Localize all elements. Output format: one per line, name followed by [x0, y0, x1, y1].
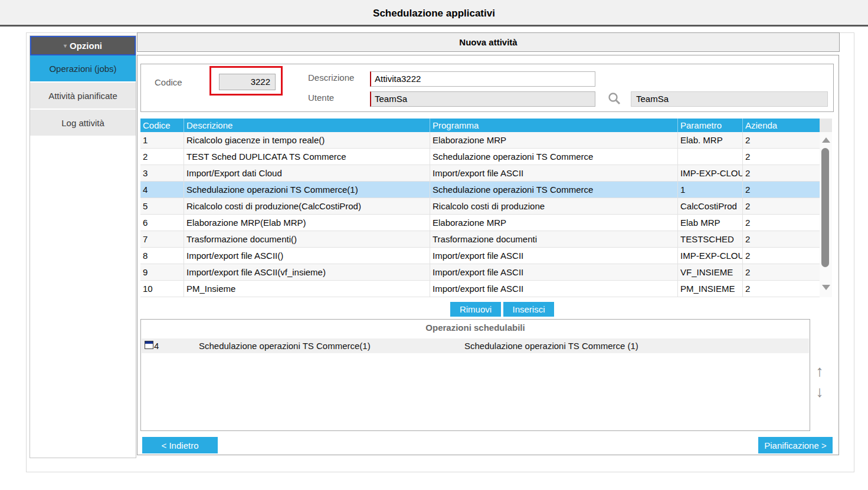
- table-cell-descrizione: Import/Export dati Cloud: [184, 165, 430, 181]
- table-row[interactable]: 1Ricalcolo giacenze in tempo reale()Elab…: [140, 132, 820, 149]
- table-cell-programma: Schedulazione operazioni TS Commerce: [430, 182, 677, 198]
- table-cell-parametro: CalcCostiProd: [677, 198, 742, 214]
- table-cell-descrizione: PM_Insieme: [184, 281, 430, 297]
- table-row[interactable]: 8Import/export file ASCII()Import/export…: [140, 248, 820, 264]
- table-row[interactable]: 5Ricalcolo costi di produzione(CalcCosti…: [140, 198, 820, 215]
- table-cell-descrizione: Import/export file ASCII(): [184, 248, 430, 264]
- table-cell-azienda: 2: [742, 248, 820, 264]
- table-scrollbar[interactable]: [820, 119, 832, 297]
- move-down-icon[interactable]: ↓: [811, 383, 828, 402]
- codice-field[interactable]: 3222: [219, 74, 276, 90]
- schedulable-row-programma: Schedulazione operazioni TS Commerce (1): [464, 341, 638, 351]
- scrollbar-header-stub: [820, 119, 832, 132]
- table-row[interactable]: 2TEST Sched DUPLICATA TS CommerceSchedul…: [140, 149, 820, 165]
- sidebar-item-label: Log attività: [61, 118, 104, 128]
- table-cell-parametro: IMP-EXP-CLOU: [677, 165, 742, 181]
- page-title: Schedulazione applicativi: [0, 8, 868, 19]
- table-cell-programma: Import/export file ASCII: [430, 165, 677, 181]
- table-cell-descrizione: Trasformazione documenti(): [184, 231, 430, 247]
- table-cell-azienda: 2: [742, 264, 820, 280]
- activity-form: Codice 3222 Descrizione Attivita3222 Ute…: [140, 64, 834, 112]
- table-cell-parametro: 1: [677, 182, 742, 198]
- table-cell-parametro: Elab. MRP: [677, 132, 742, 148]
- column-header-descrizione[interactable]: Descrizione: [184, 119, 430, 132]
- table-cell-codice: 3: [140, 165, 184, 181]
- table-cell-codice: 1: [140, 132, 184, 148]
- table-cell-descrizione: Ricalcolo costi di produzione(CalcCostiP…: [184, 198, 430, 214]
- table-cell-azienda: 2: [742, 281, 820, 297]
- main-panel: Codice 3222 Descrizione Attivita3222 Ute…: [137, 55, 839, 455]
- jobs-table-body: 1Ricalcolo giacenze in tempo reale()Elab…: [140, 132, 820, 297]
- table-cell-parametro: Elab MRP: [677, 215, 742, 231]
- table-cell-codice: 6: [140, 215, 184, 231]
- scroll-up-icon[interactable]: [822, 137, 830, 143]
- options-caret-icon: ▾: [64, 42, 67, 49]
- table-row[interactable]: 4Schedulazione operazioni TS Commerce(1)…: [140, 182, 820, 198]
- scroll-down-icon[interactable]: [822, 285, 830, 290]
- table-cell-parametro: VF_INSIEME: [677, 264, 742, 280]
- window-icon[interactable]: [145, 341, 153, 349]
- table-cell-parametro: [677, 149, 742, 165]
- table-cell-programma: Trasformazione documenti: [430, 231, 677, 247]
- utente-lookup-field[interactable]: TeamSa: [631, 91, 828, 107]
- descrizione-label: Descrizione: [308, 73, 354, 83]
- utente-field[interactable]: TeamSa: [370, 91, 595, 107]
- schedulable-row-descrizione: Schedulazione operazioni TS Commerce(1): [199, 341, 371, 351]
- table-cell-azienda: 2: [742, 132, 820, 148]
- scrollbar-thumb[interactable]: [821, 148, 829, 267]
- sidebar-item-attivita-pianificate[interactable]: Attività pianificate: [30, 83, 136, 110]
- pianificazione-button[interactable]: Pianificazione >: [758, 437, 833, 453]
- table-cell-azienda: 2: [742, 165, 820, 181]
- table-cell-parametro: IMP-EXP-CLOU: [677, 248, 742, 264]
- rimuovi-button[interactable]: Rimuovi: [450, 302, 501, 317]
- table-cell-programma: Import/export file ASCII: [430, 264, 677, 280]
- table-row[interactable]: 3Import/Export dati CloudImport/export f…: [140, 165, 820, 182]
- table-cell-azienda: 2: [742, 182, 820, 198]
- column-header-codice[interactable]: Codice: [140, 119, 184, 132]
- sidebar-item-operazioni-jobs[interactable]: Operazioni (jobs): [30, 55, 136, 83]
- sidebar-item-label: Attività pianificate: [48, 91, 117, 101]
- table-cell-parametro: PM_INSIEME: [677, 281, 742, 297]
- utente-label: Utente: [308, 93, 334, 103]
- schedulable-row-code: 4: [154, 341, 159, 351]
- table-cell-descrizione: Import/export file ASCII(vf_insieme): [184, 264, 430, 280]
- table-cell-programma: Import/export file ASCII: [430, 281, 677, 297]
- schedulable-operations-panel: Operazioni schedulabili 4 Schedulazione …: [140, 319, 810, 431]
- table-cell-codice: 4: [140, 182, 184, 198]
- sidebar-item-log-attivita[interactable]: Log attività: [30, 110, 136, 137]
- table-cell-codice: 8: [140, 248, 184, 264]
- table-cell-azienda: 2: [742, 198, 820, 214]
- search-icon[interactable]: [606, 91, 623, 107]
- table-cell-descrizione: Elaborazione MRP(Elab MRP): [184, 215, 430, 231]
- table-cell-azienda: 2: [742, 149, 820, 165]
- sidebar-header-opzioni[interactable]: ▾ Opzioni: [30, 36, 136, 55]
- panel-title: Nuova attività: [459, 37, 517, 47]
- codice-label: Codice: [155, 77, 182, 87]
- column-header-azienda[interactable]: Azienda: [742, 119, 820, 132]
- app-title-bar: Schedulazione applicativi: [0, 0, 868, 27]
- table-cell-programma: Elaborazione MRP: [430, 132, 677, 148]
- table-cell-programma: Elaborazione MRP: [430, 215, 677, 231]
- sidebar-item-label: Operazioni (jobs): [49, 64, 116, 74]
- move-up-icon[interactable]: ↑: [811, 362, 828, 381]
- table-cell-descrizione: Schedulazione operazioni TS Commerce(1): [184, 182, 430, 198]
- indietro-button[interactable]: < Indietro: [142, 437, 218, 453]
- table-row[interactable]: 9Import/export file ASCII(vf_insieme)Imp…: [140, 264, 820, 281]
- table-cell-codice: 9: [140, 264, 184, 280]
- descrizione-field[interactable]: Attivita3222: [370, 71, 595, 87]
- table-cell-programma: Schedulazione operazioni TS Commerce: [430, 149, 677, 165]
- table-cell-programma: Import/export file ASCII: [430, 248, 677, 264]
- column-header-parametro[interactable]: Parametro: [677, 119, 742, 132]
- jobs-table: CodiceDescrizioneProgrammaParametroAzien…: [140, 119, 820, 297]
- inserisci-button[interactable]: Inserisci: [503, 302, 554, 317]
- schedulable-row[interactable]: 4 Schedulazione operazioni TS Commerce(1…: [142, 338, 809, 353]
- table-cell-codice: 7: [140, 231, 184, 247]
- column-header-programma[interactable]: Programma: [430, 119, 677, 132]
- table-cell-azienda: 2: [742, 231, 820, 247]
- jobs-table-header: CodiceDescrizioneProgrammaParametroAzien…: [140, 119, 820, 132]
- table-row[interactable]: 7Trasformazione documenti()Trasformazion…: [140, 231, 820, 248]
- table-cell-descrizione: TEST Sched DUPLICATA TS Commerce: [184, 149, 430, 165]
- table-row[interactable]: 6Elaborazione MRP(Elab MRP)Elaborazione …: [140, 215, 820, 231]
- table-cell-descrizione: Ricalcolo giacenze in tempo reale(): [184, 132, 430, 148]
- table-row[interactable]: 10PM_InsiemeImport/export file ASCIIPM_I…: [140, 281, 820, 297]
